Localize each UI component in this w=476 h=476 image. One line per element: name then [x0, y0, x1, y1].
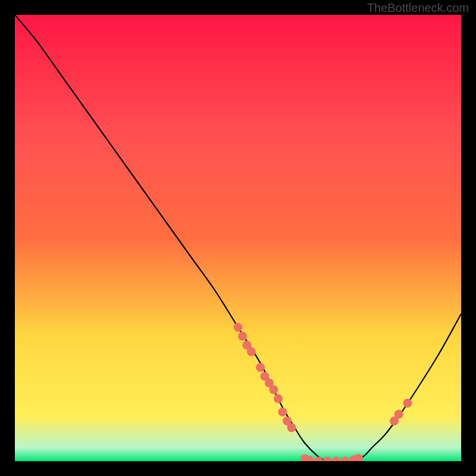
data-point-marker	[234, 323, 243, 332]
data-point-marker	[274, 394, 283, 403]
chart-svg	[15, 15, 461, 461]
data-point-marker	[247, 347, 256, 356]
data-point-marker	[270, 386, 278, 394]
data-point-marker	[394, 410, 403, 419]
data-point-marker	[403, 399, 412, 408]
data-point-marker	[287, 423, 296, 432]
gradient-background	[15, 15, 461, 461]
data-point-marker	[278, 408, 287, 416]
plot-area	[15, 15, 461, 461]
data-point-marker	[256, 363, 265, 372]
watermark-text: TheBottleneck.com	[367, 1, 469, 15]
chart-frame: TheBottleneck.com	[0, 0, 476, 476]
data-point-marker	[238, 332, 247, 341]
